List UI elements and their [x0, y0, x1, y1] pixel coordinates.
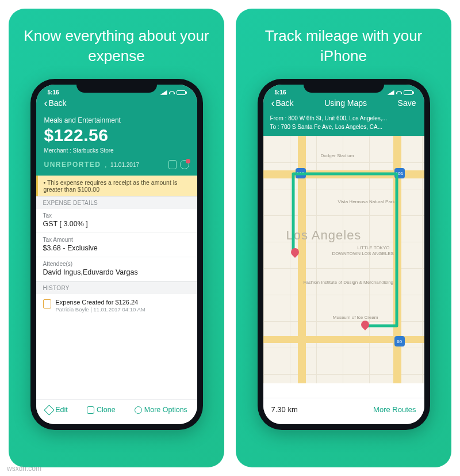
attach-receipt-icon[interactable] — [168, 160, 177, 169]
tax-label: Tax — [43, 212, 190, 219]
battery-icon — [404, 90, 413, 95]
back-label: Back — [49, 98, 67, 108]
history-subtitle: Patricia Boyle | 11.01.2017 04:10 AM — [56, 306, 145, 313]
trip-from: From : 800 W 6th St, Unit 600, Los Angel… — [270, 114, 417, 123]
receipt-warning-banner: • This expense requires a receipt as the… — [36, 176, 197, 196]
phone-frame: 5:16 ‹ Back Meals and Entertainment — [30, 79, 203, 430]
back-label: Back — [276, 98, 294, 108]
expense-category: Meals and Entertainment — [44, 116, 189, 124]
edit-button[interactable]: Edit — [45, 406, 68, 414]
nav-bar: ‹ Back Using Maps Save — [270, 97, 417, 108]
tax-amount-value: $3.68 - Exclusive — [43, 244, 190, 252]
more-label: More Options — [144, 406, 187, 414]
signal-icon — [160, 90, 167, 95]
row-tax-amount[interactable]: Tax Amount $3.68 - Exclusive — [36, 233, 197, 257]
expense-status-date: 11.01.2017 — [110, 162, 139, 168]
chevron-left-icon: ‹ — [44, 98, 48, 108]
status-time: 5:16 — [275, 89, 286, 96]
trip-endpoints[interactable]: From : 800 W 6th St, Unit 600, Los Angel… — [263, 113, 424, 136]
expense-status: UNREPORTED — [44, 161, 101, 169]
map-footer: 7.30 km More Routes — [263, 398, 424, 424]
panel-title: Know everything about your expense — [22, 26, 210, 66]
back-button[interactable]: ‹ Back — [44, 98, 67, 108]
signal-icon — [388, 90, 394, 95]
device-notch — [76, 79, 157, 93]
watermark: wsxdn.com — [7, 464, 41, 473]
expense-amount: $122.56 — [44, 125, 189, 145]
battery-icon — [177, 90, 186, 95]
device-notch — [304, 79, 384, 93]
attendees-value: David Ingus,Eduvardo Vargas — [43, 268, 190, 276]
expense-merchant: Merchant : Starbucks Store — [44, 147, 189, 154]
edit-label: Edit — [55, 406, 68, 414]
nav-bar: ‹ Back — [43, 97, 190, 108]
attendees-label: Attendee(s) — [43, 261, 190, 267]
status-time: 5:16 — [48, 89, 59, 96]
clone-icon — [87, 406, 94, 414]
row-attendees[interactable]: Attendee(s) David Ingus,Eduvardo Vargas — [36, 257, 197, 281]
tax-amount-label: Tax Amount — [43, 237, 190, 243]
bottom-toolbar: Edit Clone More Options — [36, 399, 197, 424]
route-line — [263, 136, 424, 383]
phone-screen: 5:16 ‹ Back Using Maps Save — [263, 85, 424, 424]
section-history: HISTORY — [36, 281, 197, 294]
trip-to: To : 700 S Santa Fe Ave, Los Angeles, CA… — [270, 123, 417, 131]
back-button[interactable]: ‹ Back — [271, 98, 294, 108]
history-title: Expense Created for $126.24 — [56, 299, 145, 306]
screen-title: Using Maps — [324, 98, 367, 108]
status-icons — [160, 89, 186, 96]
phone-frame: 5:16 ‹ Back Using Maps Save — [258, 79, 430, 430]
chevron-left-icon: ‹ — [271, 98, 275, 108]
section-expense-details: EXPENSE DETAILS — [36, 196, 197, 209]
phone-screen: 5:16 ‹ Back Meals and Entertainment — [36, 85, 197, 424]
promo-panel-expense: Know everything about your expense 5:16 … — [9, 9, 224, 467]
trip-distance: 7.30 km — [271, 405, 298, 414]
expense-summary: Meals and Entertainment $122.56 Merchant… — [36, 113, 197, 176]
status-icons — [388, 89, 413, 96]
save-button[interactable]: Save — [398, 98, 416, 108]
row-tax[interactable]: Tax GST [ 3.00% ] — [36, 209, 197, 233]
panel-title: Track mileage with your iPhone — [250, 26, 438, 66]
expense-status-row: UNREPORTED . 11.01.2017 — [44, 159, 189, 170]
tax-value: GST [ 3.00% ] — [43, 220, 190, 228]
wifi-icon — [169, 91, 175, 94]
clone-label: Clone — [97, 406, 116, 414]
promo-panel-mileage: Track mileage with your iPhone 5:16 ‹ Ba… — [236, 9, 451, 467]
pencil-icon — [45, 406, 53, 414]
document-icon — [43, 299, 51, 309]
more-icon — [135, 406, 142, 414]
clone-button[interactable]: Clone — [87, 406, 116, 414]
wifi-icon — [396, 91, 402, 94]
more-routes-button[interactable]: More Routes — [373, 405, 416, 414]
history-entry[interactable]: Expense Created for $126.24 Patricia Boy… — [36, 294, 197, 317]
map-view[interactable]: Los Angeles Dodger Stadium Vista Hermosa… — [263, 136, 424, 383]
alert-icon[interactable] — [180, 160, 189, 169]
more-options-button[interactable]: More Options — [135, 406, 187, 414]
